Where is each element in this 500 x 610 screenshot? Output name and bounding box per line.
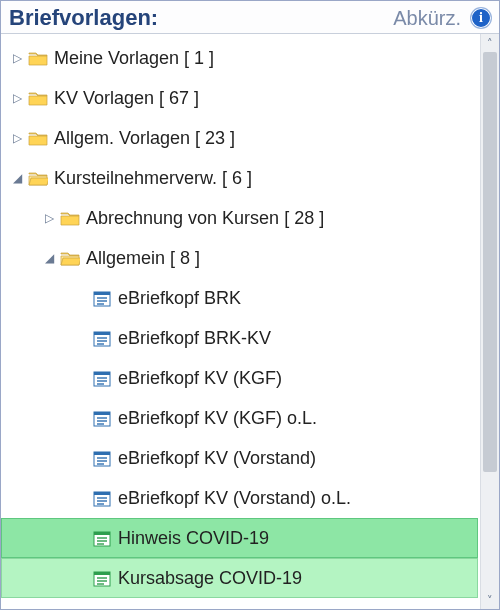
tree-item[interactable]: eBriefkopf BRK — [1, 278, 478, 318]
template-icon — [92, 368, 118, 389]
scroll-down-button[interactable]: ˅ — [481, 591, 499, 609]
panel-header: Briefvorlagen: Abkürz. i — [1, 1, 499, 34]
tree-item[interactable]: eBriefkopf KV (KGF) — [1, 358, 478, 398]
tree-item-label: eBriefkopf KV (KGF) o.L. — [118, 408, 317, 429]
template-icon — [92, 288, 118, 309]
tree-item[interactable]: eBriefkopf KV (KGF) o.L. — [1, 398, 478, 438]
tree-folder[interactable]: ▷Mail [ 16 ] — [1, 598, 478, 609]
scroll-track[interactable] — [481, 52, 499, 591]
tree-item-label: eBriefkopf KV (Vorstand) o.L. — [118, 488, 351, 509]
template-icon — [92, 328, 118, 349]
svg-rect-1 — [94, 292, 110, 295]
tree-folder[interactable]: ▷Abrechnung von Kursen [ 28 ] — [1, 198, 478, 238]
svg-rect-26 — [94, 492, 110, 495]
expand-toggle[interactable]: ▷ — [10, 51, 24, 65]
abbrev-link[interactable]: Abkürz. — [393, 7, 461, 30]
folder-closed-icon — [28, 128, 54, 149]
expand-toggle[interactable]: ▷ — [42, 211, 56, 225]
tree-item[interactable]: Kursabsage COVID-19 — [1, 558, 478, 598]
templates-panel: Briefvorlagen: Abkürz. i ▷Meine Vorlagen… — [0, 0, 500, 610]
collapse-toggle[interactable]: ◢ — [42, 251, 56, 265]
tree-item-label: Hinweis COVID-19 — [118, 528, 269, 549]
collapse-toggle[interactable]: ◢ — [10, 171, 24, 185]
expand-toggle[interactable]: ▷ — [10, 131, 24, 145]
tree-item-label: Mail [ 16 ] — [86, 608, 164, 610]
svg-rect-16 — [94, 412, 110, 415]
tree-folder[interactable]: ▷Allgem. Vorlagen [ 23 ] — [1, 118, 478, 158]
folder-open-icon — [28, 168, 54, 189]
tree-folder[interactable]: ▷Meine Vorlagen [ 1 ] — [1, 38, 478, 78]
scroll-up-button[interactable]: ˄ — [481, 34, 499, 52]
tree-folder[interactable]: ◢Allgemein [ 8 ] — [1, 238, 478, 278]
scroll-thumb[interactable] — [483, 52, 497, 472]
svg-rect-21 — [94, 452, 110, 455]
template-icon — [92, 448, 118, 469]
tree-folder[interactable]: ▷KV Vorlagen [ 67 ] — [1, 78, 478, 118]
tree-item-label: eBriefkopf KV (Vorstand) — [118, 448, 316, 469]
tree-item-label: KV Vorlagen [ 67 ] — [54, 88, 199, 109]
template-icon — [92, 488, 118, 509]
tree-item[interactable]: eBriefkopf KV (Vorstand) o.L. — [1, 478, 478, 518]
tree-item-label: Kursteilnehmerverw. [ 6 ] — [54, 168, 252, 189]
tree-item[interactable]: Hinweis COVID-19 — [1, 518, 478, 558]
folder-open-icon — [60, 248, 86, 269]
svg-rect-36 — [94, 572, 110, 575]
expand-toggle[interactable]: ▷ — [10, 91, 24, 105]
info-icon[interactable]: i — [471, 8, 491, 28]
tree-item-label: eBriefkopf BRK-KV — [118, 328, 271, 349]
tree-item-label: Allgem. Vorlagen [ 23 ] — [54, 128, 235, 149]
template-green-icon — [92, 568, 118, 589]
tree-folder[interactable]: ◢Kursteilnehmerverw. [ 6 ] — [1, 158, 478, 198]
folder-closed-icon — [60, 608, 86, 610]
panel-body: ▷Meine Vorlagen [ 1 ]▷KV Vorlagen [ 67 ]… — [1, 34, 499, 609]
tree-item-label: Kursabsage COVID-19 — [118, 568, 302, 589]
tree-item-label: Allgemein [ 8 ] — [86, 248, 200, 269]
tree-item-label: eBriefkopf BRK — [118, 288, 241, 309]
template-icon — [92, 408, 118, 429]
folder-closed-icon — [28, 88, 54, 109]
template-green-icon — [92, 528, 118, 549]
svg-rect-11 — [94, 372, 110, 375]
folder-closed-icon — [28, 48, 54, 69]
template-tree[interactable]: ▷Meine Vorlagen [ 1 ]▷KV Vorlagen [ 67 ]… — [1, 34, 480, 609]
tree-item-label: Abrechnung von Kursen [ 28 ] — [86, 208, 324, 229]
tree-item-label: eBriefkopf KV (KGF) — [118, 368, 282, 389]
svg-rect-31 — [94, 532, 110, 535]
scrollbar[interactable]: ˄ ˅ — [480, 34, 499, 609]
tree-item[interactable]: eBriefkopf KV (Vorstand) — [1, 438, 478, 478]
tree-item[interactable]: eBriefkopf BRK-KV — [1, 318, 478, 358]
folder-closed-icon — [60, 208, 86, 229]
tree-item-label: Meine Vorlagen [ 1 ] — [54, 48, 214, 69]
panel-title: Briefvorlagen: — [9, 5, 158, 31]
svg-rect-6 — [94, 332, 110, 335]
